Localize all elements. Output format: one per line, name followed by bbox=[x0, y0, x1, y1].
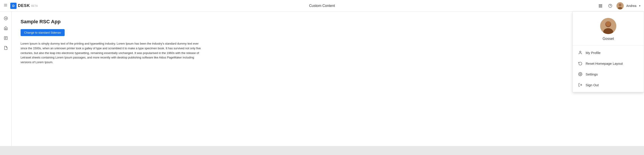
help-icon[interactable] bbox=[607, 2, 614, 10]
hamburger-icon[interactable] bbox=[4, 3, 8, 8]
svg-point-25 bbox=[606, 21, 611, 26]
dropdown-avatar bbox=[600, 18, 616, 34]
svg-point-15 bbox=[619, 4, 622, 6]
logo-text: DESK bbox=[18, 3, 30, 8]
user-dropdown-menu: Gosset My Profile Reset Homepage Layout … bbox=[572, 12, 644, 92]
svg-rect-7 bbox=[600, 5, 601, 6]
sign-out-label: Sign Out bbox=[586, 83, 598, 87]
logo-icon: D bbox=[10, 3, 16, 9]
dropdown-username: Gosset bbox=[603, 37, 614, 41]
page-title: Custom Content bbox=[309, 4, 335, 8]
logo-box: D DESK BETA bbox=[10, 3, 38, 9]
svg-point-27 bbox=[580, 74, 581, 75]
avatar[interactable] bbox=[616, 2, 624, 10]
reset-icon bbox=[578, 61, 582, 66]
main-layout: Sample RSC App Change to standard Sidena… bbox=[0, 12, 644, 155]
reset-homepage-item[interactable]: Reset Homepage Layout bbox=[573, 58, 644, 69]
chevron-down-icon[interactable]: ▾ bbox=[639, 4, 640, 8]
change-sidenav-button[interactable]: Change to standard Sidenav bbox=[20, 29, 64, 36]
svg-rect-9 bbox=[599, 7, 600, 8]
person-icon bbox=[578, 50, 582, 55]
lorem-text: Lorem Ipsum is simply dummy text of the … bbox=[20, 41, 204, 65]
dropdown-profile-section: Gosset bbox=[573, 12, 644, 46]
my-profile-label: My Profile bbox=[586, 51, 600, 55]
logo-beta: BETA bbox=[31, 5, 38, 7]
svg-rect-5 bbox=[601, 4, 602, 5]
footer-bar bbox=[0, 146, 644, 155]
main-title: Sample RSC App bbox=[20, 19, 635, 25]
header-left: D DESK BETA bbox=[4, 3, 38, 9]
my-profile-item[interactable]: My Profile bbox=[573, 47, 644, 58]
sidebar bbox=[0, 12, 12, 155]
grid-icon[interactable] bbox=[597, 2, 604, 10]
expand-icon[interactable] bbox=[2, 14, 10, 22]
svg-rect-4 bbox=[600, 4, 601, 5]
home-icon[interactable] bbox=[2, 24, 10, 32]
svg-rect-8 bbox=[601, 5, 602, 6]
settings-label: Settings bbox=[586, 72, 598, 76]
document-icon[interactable] bbox=[2, 44, 10, 52]
svg-rect-6 bbox=[599, 5, 600, 6]
sign-out-item[interactable]: Sign Out bbox=[573, 80, 644, 90]
svg-point-26 bbox=[580, 51, 581, 52]
header: D DESK BETA Custom Content Andrea ▾ bbox=[0, 0, 644, 12]
signout-icon bbox=[578, 83, 582, 87]
main-content: Sample RSC App Change to standard Sidena… bbox=[12, 12, 644, 155]
dropdown-items: My Profile Reset Homepage Layout Setting… bbox=[573, 46, 644, 92]
list-icon[interactable] bbox=[2, 34, 10, 42]
reset-homepage-label: Reset Homepage Layout bbox=[586, 62, 623, 65]
svg-rect-10 bbox=[600, 7, 601, 8]
user-name[interactable]: Andrea bbox=[626, 4, 636, 8]
svg-rect-3 bbox=[599, 4, 600, 5]
avatar-image bbox=[616, 2, 624, 10]
header-right: Andrea ▾ bbox=[597, 2, 640, 10]
settings-item[interactable]: Settings bbox=[573, 69, 644, 80]
svg-rect-11 bbox=[601, 7, 602, 8]
gear-icon bbox=[578, 72, 582, 76]
